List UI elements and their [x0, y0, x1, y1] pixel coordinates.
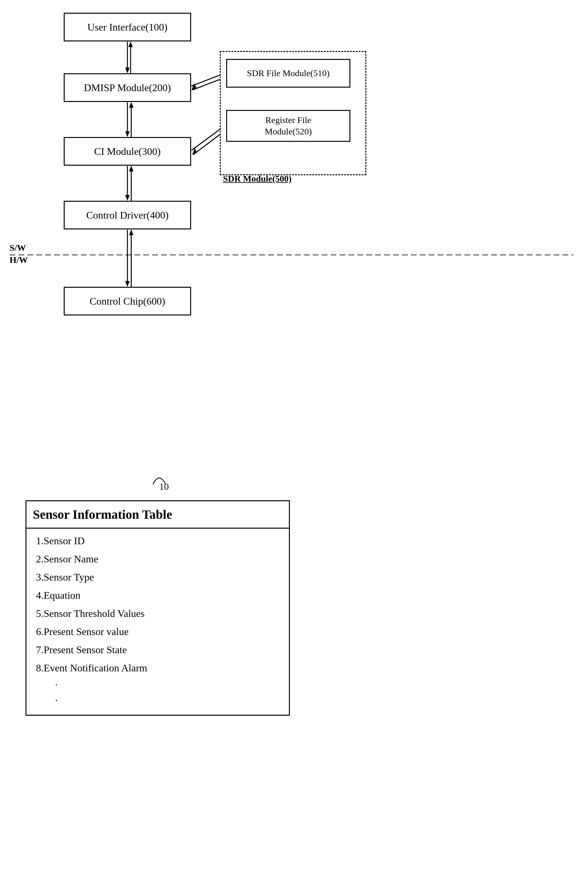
user-interface-block: User Interface(100)	[64, 13, 191, 41]
svg-marker-9	[125, 195, 130, 201]
svg-marker-23	[192, 148, 197, 155]
control-chip-block: Control Chip(600)	[64, 287, 191, 315]
ci-module-block: CI Module(300)	[64, 137, 191, 166]
continuation-dots: ·	[36, 677, 279, 693]
user-interface-label: User Interface(100)	[87, 21, 167, 33]
sensor-information-table: Sensor Information Table 1.Sensor ID 2.S…	[26, 500, 290, 716]
svg-marker-1	[125, 68, 130, 73]
register-file-module-label: Register FileModule(520)	[265, 114, 312, 138]
dmisp-module-label: DMISP Module(200)	[84, 82, 171, 94]
svg-marker-5	[125, 131, 130, 137]
list-item: 8.Event Notification Alarm	[36, 659, 279, 677]
register-file-module-block: Register FileModule(520)	[226, 110, 350, 142]
list-item: 7.Present Sensor State	[36, 641, 279, 659]
svg-marker-7	[129, 102, 134, 108]
list-item: 5.Sensor Threshold Values	[36, 605, 279, 623]
reference-curve	[128, 468, 191, 488]
svg-marker-13	[125, 281, 130, 287]
sensor-table-container: 10 Sensor Information Table 1.Sensor ID …	[26, 484, 290, 716]
control-driver-block: Control Driver(400)	[64, 201, 191, 230]
svg-marker-19	[191, 84, 196, 90]
list-item: 6.Present Sensor value	[36, 623, 279, 641]
sdr-module-label: SDR Module(500)	[223, 174, 291, 184]
sw-label: S/W	[9, 243, 26, 253]
ci-module-label: CI Module(300)	[94, 146, 161, 158]
dmisp-module-block: DMISP Module(200)	[64, 73, 191, 102]
svg-marker-11	[129, 166, 134, 171]
list-item: 4.Equation	[36, 586, 279, 605]
control-chip-label: Control Chip(600)	[90, 296, 165, 307]
svg-marker-3	[128, 41, 133, 47]
continuation-dots-2: ·	[36, 693, 279, 708]
sensor-table-section: 10 Sensor Information Table 1.Sensor ID …	[0, 478, 588, 716]
control-driver-label: Control Driver(400)	[86, 209, 169, 221]
sensor-table-body: 1.Sensor ID 2.Sensor Name 3.Sensor Type …	[27, 528, 289, 715]
list-item: 1.Sensor ID	[36, 532, 279, 550]
list-item: 3.Sensor Type	[36, 568, 279, 586]
sdr-file-module-label: SDR File Module(510)	[247, 68, 330, 78]
sensor-table-title: Sensor Information Table	[27, 501, 289, 528]
hw-label: H/W	[9, 255, 28, 265]
svg-marker-15	[129, 230, 134, 235]
list-item: 2.Sensor Name	[36, 550, 279, 568]
sdr-file-module-block: SDR File Module(510)	[226, 59, 350, 88]
block-diagram: User Interface(100) DMISP Module(200) CI…	[0, 0, 588, 478]
